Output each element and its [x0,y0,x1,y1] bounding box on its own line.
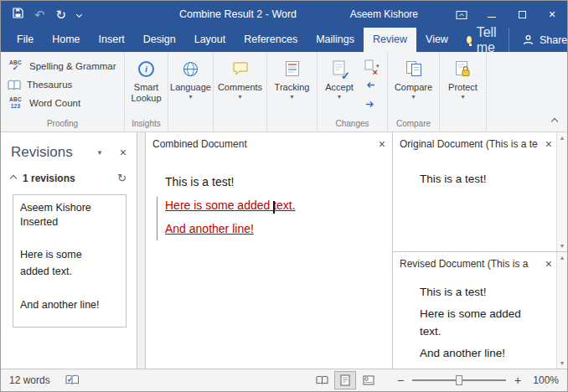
tab-references[interactable]: References [235,28,307,52]
minimize-icon [488,17,496,18]
smart-lookup-button[interactable]: i Smart Lookup [125,52,168,118]
next-change-button[interactable] [363,96,381,112]
tab-home[interactable]: Home [43,28,89,52]
save-icon [13,8,23,18]
scroll-up-icon[interactable]: ▲ [560,135,565,141]
group-label-compare: Compare [388,118,439,132]
zoom-in-button[interactable]: + [512,374,524,387]
spelling-grammar-label: Spelling & Grammar [29,61,116,71]
compare-documents-icon [405,60,422,77]
accept-label: Accept [325,82,354,93]
close-window-button[interactable]: × [537,1,567,28]
document-line: This is a test! [165,170,384,193]
refresh-icon[interactable]: ↻ [117,172,127,184]
original-document-pane: Original Document (This is a te × This i… [393,132,567,252]
tab-design[interactable]: Design [134,28,185,52]
scroll-up-icon[interactable]: ▲ [560,255,565,260]
save-button[interactable] [13,7,23,22]
proofing-status-icon[interactable] [65,374,80,386]
undo-button[interactable]: ↶ [34,8,45,21]
collapse-revisions-summary-icon[interactable] [10,174,17,181]
maximize-button[interactable] [507,1,537,28]
protect-label: Protect [448,82,478,93]
reject-button[interactable]: × ▾ [363,58,381,74]
redo-button[interactable]: ↻ [56,8,67,21]
document-line: This is a test! [420,283,535,301]
dropdown-caret-icon: ▾ [290,94,293,101]
tab-mailings[interactable]: Mailings [307,28,364,52]
compare-button[interactable]: Compare ▾ [388,52,439,118]
web-layout-button[interactable] [358,371,380,389]
zoom-out-button[interactable]: − [395,374,406,387]
pane-divider[interactable] [137,132,146,369]
tab-review[interactable]: Review [364,28,416,52]
ribbon-tab-bar: File Home Insert Design Layout Reference… [1,28,567,52]
tell-me-box[interactable]: Tell me [457,28,509,52]
dropdown-caret-icon: ▾ [238,94,241,101]
zoom-percentage[interactable]: 100% [524,374,559,386]
revised-scrollbar[interactable]: ▲ ▼ [556,252,567,369]
combined-pane-title: Combined Document [152,138,372,150]
document-line: And another line! [420,344,535,362]
comments-button[interactable]: Comments ▾ [214,52,266,132]
revisions-count: 1 revisions [23,173,117,184]
tracking-label: Tracking [275,82,310,93]
share-button[interactable]: Share [509,28,568,52]
revised-document-body[interactable]: This is a test! Here is some added text.… [393,275,567,362]
dropdown-caret-icon: ▾ [188,94,192,101]
ribbon-display-options-button[interactable] [447,1,477,28]
dropdown-caret-icon: ▾ [411,94,415,101]
zoom-slider-thumb[interactable] [456,375,462,385]
thesaurus-button[interactable]: Thesaurus [1,75,124,94]
accept-icon: ✓ [333,60,346,78]
lightbulb-icon [467,36,472,44]
account-name[interactable]: Aseem Kishore [350,8,418,20]
previous-change-icon [364,80,376,90]
language-button[interactable]: Language ▾ [168,52,213,132]
reject-icon: × [364,59,374,74]
revised-close-button[interactable]: × [545,258,552,270]
comment-bubble-icon [232,61,249,76]
scroll-down-icon[interactable]: ▼ [560,360,565,366]
read-mode-button[interactable] [311,371,333,389]
scroll-down-icon[interactable]: ▼ [560,243,565,249]
previous-change-button[interactable] [363,77,381,93]
combined-document-pane: Combined Document × This is a test! Here… [146,132,393,369]
collapse-ribbon-button[interactable] [551,118,558,125]
word-count-status[interactable]: 12 words [9,374,50,386]
inserted-document-line: Here is some added text. [165,193,384,217]
ribbon: ABC✓ Spelling & Grammar Thesaurus ABC123… [1,52,567,132]
group-label-changes: Changes [318,118,387,132]
accept-button[interactable]: ✓ Accept ▾ [318,52,361,118]
tracking-button[interactable]: Tracking ▾ [267,52,317,132]
document-line: Here is some added text. [420,305,535,340]
word-count-button[interactable]: ABC123 Word Count [1,94,124,112]
smart-lookup-icon: i [138,61,154,77]
combined-close-button[interactable]: × [379,138,385,150]
comments-label: Comments [218,82,262,93]
print-layout-button[interactable] [334,371,356,389]
revision-card[interactable]: Aseem Kishore Inserted Here is some adde… [13,194,127,328]
group-tracking: Tracking ▾ [267,52,318,132]
revisions-menu-caret-icon[interactable]: ▼ [96,149,103,157]
combined-document-body[interactable]: This is a test! Here is some added text.… [146,155,392,369]
revisions-close-button[interactable]: × [120,147,127,158]
tab-layout[interactable]: Layout [185,28,235,52]
print-layout-icon [340,374,350,386]
original-document-body[interactable]: This is a test! [393,155,567,188]
customize-qat-caret-icon[interactable] [76,11,82,17]
spelling-grammar-button[interactable]: ABC✓ Spelling & Grammar [1,57,124,75]
read-mode-icon [316,375,328,385]
ribbon-display-options-icon [456,9,467,20]
original-close-button[interactable]: × [545,138,552,150]
revisions-pane: Revisions ▼ × 1 revisions ↻ Aseem Kishor… [1,132,137,369]
tab-file[interactable]: File [8,28,43,52]
zoom-slider[interactable] [412,374,506,387]
protect-button[interactable]: Protect ▾ [440,52,486,132]
tab-view[interactable]: View [416,28,457,52]
original-scrollbar[interactable]: ▲ ▼ [556,132,567,251]
minimize-button[interactable] [477,1,507,28]
next-change-icon [364,100,376,109]
tab-insert[interactable]: Insert [90,28,134,52]
word-window: ↶ ↻ Combine Result 2 - Word Aseem Kishor… [0,0,568,392]
